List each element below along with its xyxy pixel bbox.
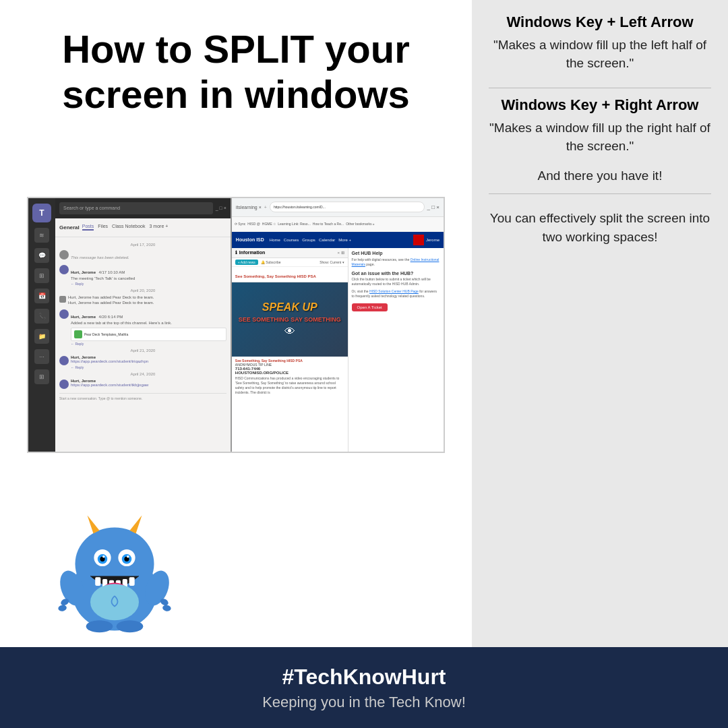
msg-content-3: Hurt, Jerome 4/20 6:14 PM Added a new ta… <box>71 309 226 346</box>
shortcut-2-title: Windows Key + Right Arrow <box>489 96 711 114</box>
pear-deck-label: Pear Deck Templates_Mathla <box>84 332 128 336</box>
user-avatar-4 <box>59 356 69 365</box>
footer-tagline: Keeping you in the Tech Know! <box>262 694 466 711</box>
shortcut-1-desc: "Makes a window fill up the left half of… <box>489 36 711 72</box>
see-something-link[interactable]: See Something, Say Something HISD PSA <box>235 274 316 278</box>
hisd-nav: Home Courses Groups Calendar More + <box>270 238 351 242</box>
msg-content-4: Hurt, Jerome https://app.peardeck.com/st… <box>71 355 226 369</box>
screenshot-area: T ≋ 💬 ⊞ 📅 📞 📁 ··· ⊞ <box>27 137 445 512</box>
user-name-hisd: Jerome <box>426 238 439 242</box>
speak-up-text: SPEAK UP <box>239 301 341 313</box>
teams-calendar-icon: 📅 <box>34 289 49 303</box>
divider-1 <box>489 88 711 88</box>
tab-posts: Posts <box>82 224 94 231</box>
message-row-5: Hurt, Jerome https://app.peardeck.com/st… <box>59 379 226 389</box>
hub-or-text: Or, visit the HISD Solution Center HUB P… <box>352 289 440 299</box>
teams-teams-icon: ⊞ <box>34 268 49 283</box>
message-row-4: Hurt, Jerome https://app.peardeck.com/st… <box>59 355 226 369</box>
date-divider-2: April 20, 2020 <box>59 289 226 293</box>
browser-tab-text: itslearning × <box>236 205 262 210</box>
toolbar-bookmarks: Other bookmarks » <box>346 222 375 226</box>
svg-rect-17 <box>129 577 135 586</box>
info-text-section: See Something, Say Something HISD PSA AN… <box>232 357 348 397</box>
nav-calendar: Calendar <box>319 238 335 242</box>
teams-search-bar: Search or type a command <box>59 202 213 214</box>
msg-link-5: https://app.peardeck.com/student/tkbjjog… <box>71 383 226 388</box>
svg-marker-3 <box>130 516 142 534</box>
date-divider-1: April 17, 2020 <box>59 243 226 247</box>
browser-content: Houston ISD Home Courses Groups Calendar… <box>232 232 444 452</box>
toolbar-hgme: HGME ☆ <box>262 222 276 226</box>
toolbar-hisd: HISD @ <box>247 222 260 226</box>
browser-window-controls: _ □ × <box>427 204 439 210</box>
open-ticket-button[interactable]: Open A Ticket <box>352 303 388 311</box>
hisd-police-url: HOUSTONISD.ORG/POLICE <box>235 371 344 375</box>
nav-courses: Courses <box>284 238 299 242</box>
page-wrapper: How to SPLIT your screen in windows T ≋ … <box>0 0 728 728</box>
tab-more: 3 more + <box>150 224 169 231</box>
message-row-3: Hurt, Jerome 4/20 6:14 PM Added a new ta… <box>59 309 226 346</box>
msg-reply-1: ← Reply <box>71 282 226 286</box>
teams-chat-icon: 💬 <box>34 248 49 263</box>
msg-link-4: https://app.peardeck.com/student/triqazh… <box>71 359 226 365</box>
hub-help-suffix: page. <box>365 262 375 266</box>
msg-time-3: 4/20 6:14 PM <box>98 315 123 319</box>
svg-point-19 <box>90 584 139 620</box>
msg-text-1: The meeting 'Tech Talk' is cancelled <box>71 276 226 282</box>
shortcut-1-title: Windows Key + Left Arrow <box>489 13 711 31</box>
split-description: You can effectively split the screen int… <box>489 209 711 247</box>
add-news-btn[interactable]: + Add news <box>235 260 258 265</box>
info-description: HISD Communications has produced a video… <box>235 376 344 395</box>
channel-name: General <box>59 224 80 231</box>
msg-content-2: Hurt, Jerome has added Pear Deck to the … <box>68 295 226 306</box>
info-icon: ℹ <box>235 250 237 255</box>
monster-area <box>27 512 445 634</box>
show-current: Show: Current ▾ <box>320 260 344 264</box>
info-header: ℹ Information × ⊞ <box>232 248 348 258</box>
toolbar-sync: ⟳ Sync <box>235 222 246 226</box>
svg-point-25 <box>58 605 67 612</box>
browser-address-bar[interactable]: https://houston.itslearning.com/D... <box>270 202 425 212</box>
closing-text: And there you have it! <box>489 167 711 185</box>
teams-logo-icon: T <box>32 204 51 222</box>
msg-text-3: Added a new tab at the top of this chann… <box>71 321 226 326</box>
pear-deck-card: Pear Deck Templates_Mathla <box>71 328 226 341</box>
shortcut-2-desc: "Makes a window fill up the right half o… <box>489 119 711 155</box>
monster-illustration <box>47 512 182 634</box>
user-avatar <box>59 250 69 260</box>
hub-help-intro: For help with digital resources, see the <box>352 257 411 262</box>
subscribe-btn[interactable]: 🔔 Subscribe <box>261 260 281 264</box>
svg-point-10 <box>102 555 105 558</box>
left-panel: How to SPLIT your screen in windows T ≋ … <box>0 0 472 647</box>
hisd-logo: Houston ISD <box>236 237 264 242</box>
tab-notebook: Class Notebook <box>112 224 145 231</box>
msg-content-1: Hurt, Jerome 4/17 10:10 AM The meeting '… <box>71 264 226 286</box>
user-avatar-2 <box>59 296 66 303</box>
nav-groups: Groups <box>302 238 315 242</box>
msg-text-2a: Hurt, Jerome has added Pear Deck to the … <box>68 295 226 301</box>
see-something-link-area: See Something, Say Something HISD PSA <box>232 267 348 282</box>
info-close[interactable]: × ⊞ <box>337 250 344 255</box>
teams-channel-header: General Posts Files Class Notebook 3 mor… <box>55 218 231 237</box>
browser-toolbar: ⟳ Sync HISD @ HGME ☆ Learning Link: Reso… <box>232 217 444 232</box>
deleted-msg: This message has been deleted. <box>71 255 129 260</box>
title-section: How to SPLIT your screen in windows <box>27 20 445 137</box>
new-conversation-prompt: Start a new conversation. Type @ to ment… <box>59 393 226 400</box>
hub-issue-title: Got an issue with the HUB? <box>352 271 440 276</box>
svg-point-27 <box>162 605 171 612</box>
msg-time-1: 4/17 10:10 AM <box>98 270 125 274</box>
teams-calls-icon: 📞 <box>34 309 49 324</box>
date-divider-4: April 24, 2020 <box>59 372 226 376</box>
svg-marker-2 <box>88 516 100 534</box>
svg-rect-12 <box>95 577 100 586</box>
footer-hashtag: #TechKnowHurt <box>282 665 446 690</box>
teams-window-controls: _ □ × <box>216 206 226 210</box>
hub-solution-link[interactable]: HISD Solution Center HUB Page <box>369 289 419 293</box>
browser-new-tab: + <box>264 205 267 210</box>
teams-files-icon: 📁 <box>34 329 49 344</box>
svg-point-11 <box>127 555 129 558</box>
teams-activity-icon: ≋ <box>34 228 49 243</box>
hub-help-header: Get HUB Help <box>352 251 440 255</box>
toolbar-learning: Learning Link: Reso... <box>278 222 311 226</box>
info-toolbar: + Add news 🔔 Subscribe Show: Current ▾ <box>232 258 348 267</box>
